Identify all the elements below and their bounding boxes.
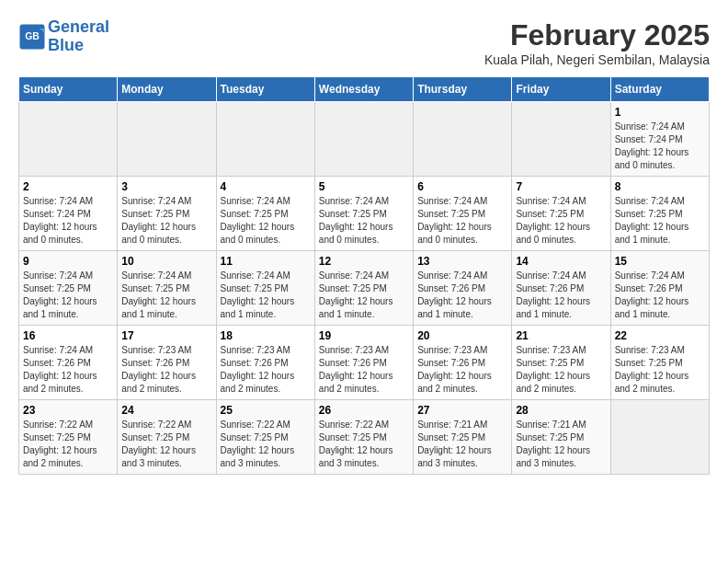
calendar-cell: 25Sunrise: 7:22 AM Sunset: 7:25 PM Dayli… [216, 400, 314, 475]
calendar-cell [512, 102, 610, 177]
calendar-cell: 6Sunrise: 7:24 AM Sunset: 7:25 PM Daylig… [414, 177, 512, 251]
day-info: Sunrise: 7:24 AM Sunset: 7:26 PM Dayligh… [615, 270, 705, 321]
calendar-cell: 26Sunrise: 7:22 AM Sunset: 7:25 PM Dayli… [314, 400, 413, 475]
main-title: February 2025 [484, 18, 710, 52]
day-number: 20 [417, 329, 507, 342]
calendar-cell [19, 102, 118, 177]
day-number: 4 [221, 180, 311, 193]
day-number: 15 [615, 255, 705, 268]
calendar-week-3: 9Sunrise: 7:24 AM Sunset: 7:25 PM Daylig… [19, 251, 710, 326]
calendar-cell: 8Sunrise: 7:24 AM Sunset: 7:25 PM Daylig… [610, 177, 709, 251]
day-number: 10 [121, 255, 211, 268]
calendar-cell: 28Sunrise: 7:21 AM Sunset: 7:25 PM Dayli… [512, 400, 610, 475]
calendar-cell [314, 102, 413, 177]
day-info: Sunrise: 7:22 AM Sunset: 7:25 PM Dayligh… [23, 419, 113, 470]
day-info: Sunrise: 7:24 AM Sunset: 7:25 PM Dayligh… [319, 270, 409, 321]
day-number: 12 [319, 255, 409, 268]
day-info: Sunrise: 7:23 AM Sunset: 7:26 PM Dayligh… [319, 344, 409, 396]
calendar-cell: 27Sunrise: 7:21 AM Sunset: 7:25 PM Dayli… [414, 400, 512, 475]
day-info: Sunrise: 7:23 AM Sunset: 7:26 PM Dayligh… [121, 344, 211, 396]
calendar-cell: 12Sunrise: 7:24 AM Sunset: 7:25 PM Dayli… [314, 251, 413, 326]
calendar-cell: 15Sunrise: 7:24 AM Sunset: 7:26 PM Dayli… [610, 251, 709, 326]
calendar-cell: 9Sunrise: 7:24 AM Sunset: 7:25 PM Daylig… [19, 251, 118, 326]
calendar-table: Sunday Monday Tuesday Wednesday Thursday… [18, 76, 710, 475]
calendar-cell: 18Sunrise: 7:23 AM Sunset: 7:26 PM Dayli… [216, 326, 314, 400]
calendar-cell: 2Sunrise: 7:24 AM Sunset: 7:24 PM Daylig… [19, 177, 118, 251]
subtitle: Kuala Pilah, Negeri Sembilan, Malaysia [484, 52, 710, 67]
col-monday: Monday [118, 77, 216, 102]
day-number: 18 [221, 329, 311, 342]
day-info: Sunrise: 7:24 AM Sunset: 7:26 PM Dayligh… [417, 270, 507, 321]
day-info: Sunrise: 7:24 AM Sunset: 7:25 PM Dayligh… [221, 195, 311, 247]
calendar-cell: 14Sunrise: 7:24 AM Sunset: 7:26 PM Dayli… [512, 251, 610, 326]
day-number: 25 [221, 404, 311, 417]
day-number: 2 [23, 180, 113, 193]
page-header: GB General Blue February 2025 Kuala Pila… [18, 18, 710, 67]
day-number: 21 [516, 329, 606, 342]
day-number: 27 [417, 404, 507, 417]
day-number: 6 [417, 180, 507, 193]
day-number: 5 [319, 180, 409, 193]
col-friday: Friday [512, 77, 610, 102]
day-number: 14 [516, 255, 606, 268]
calendar-cell: 1Sunrise: 7:24 AM Sunset: 7:24 PM Daylig… [610, 102, 709, 177]
day-number: 17 [121, 329, 211, 342]
day-number: 1 [615, 106, 705, 119]
day-info: Sunrise: 7:24 AM Sunset: 7:25 PM Dayligh… [121, 195, 211, 247]
day-info: Sunrise: 7:21 AM Sunset: 7:25 PM Dayligh… [516, 419, 606, 470]
day-info: Sunrise: 7:23 AM Sunset: 7:26 PM Dayligh… [221, 344, 311, 396]
calendar-header-row: Sunday Monday Tuesday Wednesday Thursday… [19, 77, 710, 102]
calendar-cell: 5Sunrise: 7:24 AM Sunset: 7:25 PM Daylig… [314, 177, 413, 251]
col-tuesday: Tuesday [216, 77, 314, 102]
day-number: 19 [319, 329, 409, 342]
day-number: 23 [23, 404, 113, 417]
day-number: 3 [121, 180, 211, 193]
col-sunday: Sunday [19, 77, 118, 102]
day-number: 26 [319, 404, 409, 417]
svg-text:GB: GB [25, 30, 40, 41]
calendar-cell: 10Sunrise: 7:24 AM Sunset: 7:25 PM Dayli… [118, 251, 216, 326]
calendar-cell: 11Sunrise: 7:24 AM Sunset: 7:25 PM Dayli… [216, 251, 314, 326]
calendar-cell: 3Sunrise: 7:24 AM Sunset: 7:25 PM Daylig… [118, 177, 216, 251]
logo: GB General Blue [18, 18, 109, 55]
calendar-week-2: 2Sunrise: 7:24 AM Sunset: 7:24 PM Daylig… [19, 177, 710, 251]
calendar-cell: 7Sunrise: 7:24 AM Sunset: 7:25 PM Daylig… [512, 177, 610, 251]
day-info: Sunrise: 7:24 AM Sunset: 7:25 PM Dayligh… [417, 195, 507, 247]
col-saturday: Saturday [610, 77, 709, 102]
day-info: Sunrise: 7:23 AM Sunset: 7:26 PM Dayligh… [417, 344, 507, 396]
logo-line2: Blue [48, 36, 84, 54]
calendar-cell [118, 102, 216, 177]
calendar-cell [216, 102, 314, 177]
calendar-cell: 22Sunrise: 7:23 AM Sunset: 7:25 PM Dayli… [610, 326, 709, 400]
calendar-cell: 23Sunrise: 7:22 AM Sunset: 7:25 PM Dayli… [19, 400, 118, 475]
calendar-cell: 16Sunrise: 7:24 AM Sunset: 7:26 PM Dayli… [19, 326, 118, 400]
logo-icon: GB [18, 23, 46, 51]
day-number: 9 [23, 255, 113, 268]
title-block: February 2025 Kuala Pilah, Negeri Sembil… [484, 18, 710, 67]
day-info: Sunrise: 7:24 AM Sunset: 7:25 PM Dayligh… [121, 270, 211, 321]
day-info: Sunrise: 7:24 AM Sunset: 7:24 PM Dayligh… [615, 121, 705, 172]
day-info: Sunrise: 7:21 AM Sunset: 7:25 PM Dayligh… [417, 419, 507, 470]
day-number: 11 [221, 255, 311, 268]
calendar-cell: 17Sunrise: 7:23 AM Sunset: 7:26 PM Dayli… [118, 326, 216, 400]
col-wednesday: Wednesday [314, 77, 413, 102]
day-info: Sunrise: 7:24 AM Sunset: 7:25 PM Dayligh… [319, 195, 409, 247]
day-number: 24 [121, 404, 211, 417]
logo-line1: General [48, 17, 109, 36]
day-info: Sunrise: 7:24 AM Sunset: 7:26 PM Dayligh… [516, 270, 606, 321]
day-number: 8 [615, 180, 705, 193]
calendar-cell: 20Sunrise: 7:23 AM Sunset: 7:26 PM Dayli… [414, 326, 512, 400]
day-info: Sunrise: 7:24 AM Sunset: 7:26 PM Dayligh… [23, 344, 113, 396]
calendar-week-5: 23Sunrise: 7:22 AM Sunset: 7:25 PM Dayli… [19, 400, 710, 475]
calendar-cell: 24Sunrise: 7:22 AM Sunset: 7:25 PM Dayli… [118, 400, 216, 475]
day-info: Sunrise: 7:22 AM Sunset: 7:25 PM Dayligh… [121, 419, 211, 470]
day-number: 22 [615, 329, 705, 342]
calendar-week-1: 1Sunrise: 7:24 AM Sunset: 7:24 PM Daylig… [19, 102, 710, 177]
day-info: Sunrise: 7:24 AM Sunset: 7:24 PM Dayligh… [23, 195, 113, 247]
day-info: Sunrise: 7:22 AM Sunset: 7:25 PM Dayligh… [221, 419, 311, 470]
col-thursday: Thursday [414, 77, 512, 102]
calendar-cell: 4Sunrise: 7:24 AM Sunset: 7:25 PM Daylig… [216, 177, 314, 251]
day-info: Sunrise: 7:23 AM Sunset: 7:25 PM Dayligh… [615, 344, 705, 396]
calendar-cell: 13Sunrise: 7:24 AM Sunset: 7:26 PM Dayli… [414, 251, 512, 326]
day-info: Sunrise: 7:23 AM Sunset: 7:25 PM Dayligh… [516, 344, 606, 396]
